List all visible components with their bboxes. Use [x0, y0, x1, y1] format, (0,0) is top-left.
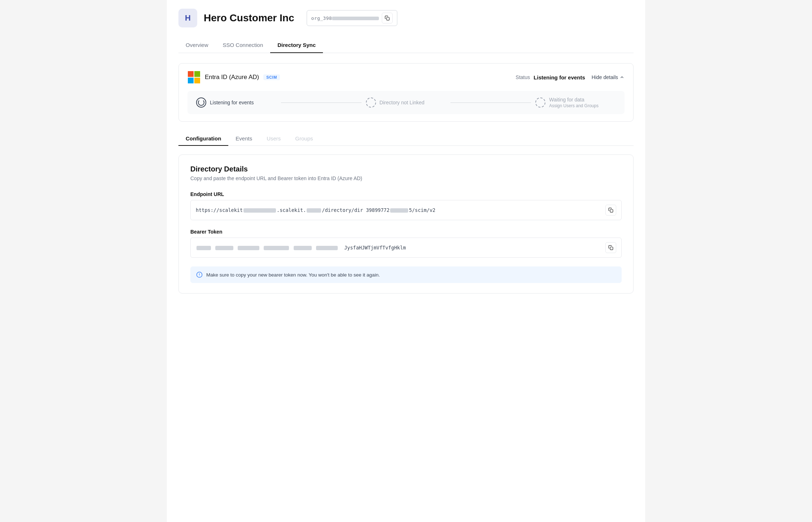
svg-rect-1 [188, 71, 194, 77]
status-section: Status Listening for events Hide details [516, 74, 625, 81]
chevron-up-icon [619, 75, 625, 80]
copy-icon [608, 208, 613, 213]
step-sublabel-waiting: Assign Users and Groups [549, 103, 599, 108]
subtab-events[interactable]: Events [228, 132, 259, 146]
svg-rect-4 [194, 78, 200, 83]
step-content-waiting: Waiting for data Assign Users and Groups [549, 97, 599, 108]
bearer-token-value: JysfaHJWTjmVfTvfgHklm [196, 245, 602, 251]
subtab-configuration[interactable]: Configuration [178, 132, 228, 146]
endpoint-url-copy-button[interactable] [605, 205, 616, 216]
svg-rect-2 [194, 71, 200, 77]
step-not-linked: Directory not Linked [366, 97, 446, 108]
directory-provider-name: Entra ID (Azure AD) [205, 74, 259, 81]
tab-sso[interactable]: SSO Connection [216, 38, 271, 53]
microsoft-logo-icon [187, 71, 200, 84]
step-icon-not-linked [366, 97, 376, 108]
copy-icon [385, 16, 390, 21]
directory-card-header: Entra ID (Azure AD) SCIM Status Listenin… [187, 71, 625, 84]
step-connector-2 [450, 103, 531, 103]
scim-badge: SCIM [263, 74, 280, 80]
org-id-text: org_398 [311, 16, 379, 21]
step-waiting: Waiting for data Assign Users and Groups [535, 97, 616, 108]
subtab-users: Users [259, 132, 288, 146]
config-card: Directory Details Copy and paste the end… [178, 155, 634, 293]
progress-stepper: Listening for events Directory not Linke… [187, 91, 625, 114]
svg-rect-5 [610, 209, 613, 212]
info-banner-text: Make sure to copy your new bearer token … [206, 272, 380, 278]
svg-rect-6 [610, 247, 613, 250]
inactive-step-icon [369, 100, 373, 105]
header: H Hero Customer Inc org_398 [178, 9, 634, 27]
step-label-not-linked: Directory not Linked [380, 100, 425, 105]
subtab-groups: Groups [288, 132, 320, 146]
tab-directory-sync[interactable]: Directory Sync [270, 38, 323, 53]
directory-card: Entra ID (Azure AD) SCIM Status Listenin… [178, 63, 634, 122]
bearer-token-copy-button[interactable] [605, 242, 616, 253]
step-listening: Listening for events [196, 97, 277, 108]
info-banner: Make sure to copy your new bearer token … [190, 266, 622, 283]
org-name: Hero Customer Inc [204, 12, 294, 24]
hide-details-button[interactable]: Hide details [592, 74, 625, 80]
svg-rect-0 [386, 17, 389, 20]
org-avatar: H [178, 9, 197, 27]
status-value: Listening for events [534, 74, 585, 81]
copy-icon [608, 245, 613, 250]
info-icon [196, 271, 203, 278]
directory-info: Entra ID (Azure AD) SCIM [187, 71, 280, 84]
endpoint-url-row: https://scalekit.scalekit./directory/dir… [190, 200, 622, 220]
org-id-field: org_398 [307, 10, 398, 26]
sub-tabs: Configuration Events Users Groups [178, 132, 634, 146]
tab-overview[interactable]: Overview [178, 38, 216, 53]
nav-tabs: Overview SSO Connection Directory Sync [178, 38, 634, 53]
endpoint-url-label: Endpoint URL [190, 191, 622, 197]
status-label: Status [516, 74, 530, 80]
org-id-copy-button[interactable] [382, 13, 393, 23]
step-icon-waiting [535, 97, 545, 108]
endpoint-url-value: https://scalekit.scalekit./directory/dir… [196, 207, 602, 213]
inactive-step-icon-2 [538, 100, 543, 105]
svg-rect-3 [188, 78, 194, 83]
step-label-waiting: Waiting for data [549, 97, 599, 103]
step-icon-listening [196, 97, 206, 108]
step-connector-1 [281, 103, 362, 103]
step-label-listening: Listening for events [210, 100, 254, 105]
bearer-token-row: JysfaHJWTjmVfTvfgHklm [190, 238, 622, 258]
bearer-token-label: Bearer Token [190, 229, 622, 235]
config-title: Directory Details [190, 165, 622, 173]
config-subtitle: Copy and paste the endpoint URL and Bear… [190, 175, 622, 181]
spinner-icon [198, 99, 204, 106]
